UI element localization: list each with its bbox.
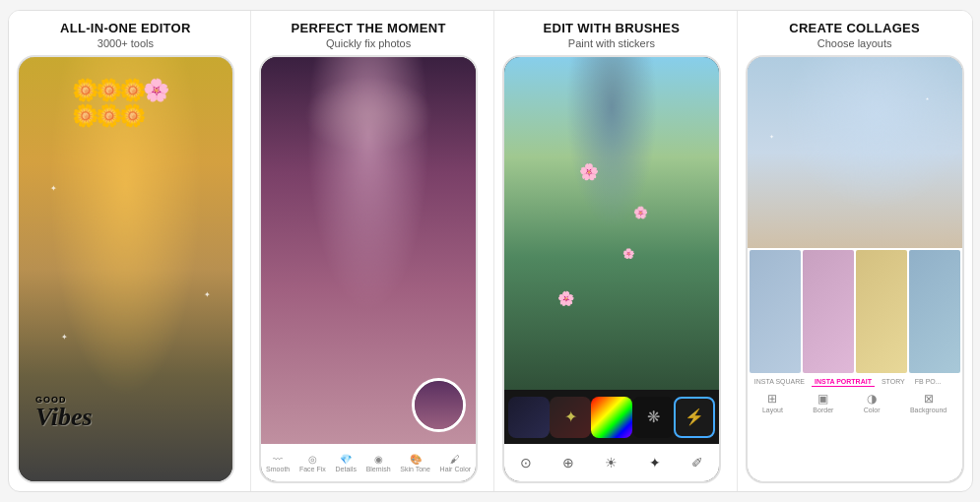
haircolor-icon: 🖌 [450, 454, 460, 465]
sparkle3: ✦ [61, 333, 68, 342]
collage-cell-4 [909, 250, 960, 373]
panel4-title: CREATE COLLAGES [750, 21, 960, 36]
sticker-item-star[interactable]: ❋ [632, 397, 674, 438]
collage-cell-2 [803, 250, 854, 373]
panel2-phone: 〰 Smooth ◎ Face Fix 💎 Details ◉ Blemish … [259, 55, 478, 483]
flower-sticker2: 🌸 [633, 206, 648, 220]
tb-skintone[interactable]: 🎨 Skin Tone [400, 454, 430, 472]
panel1-subtitle: 3000+ tools [21, 37, 231, 49]
panel1-header: ALL-IN-ONE EDITOR 3000+ tools [9, 11, 243, 55]
brush-tool4-icon[interactable]: ✦ [649, 455, 661, 471]
tb-smooth[interactable]: 〰 Smooth [266, 454, 290, 472]
layout-action-layout-label: Layout [762, 407, 783, 413]
skintone-icon: 🎨 [410, 454, 422, 465]
brush-bottom-toolbar: ⊙ ⊕ ☀ ✦ ✐ [504, 444, 719, 481]
tb-facefix-label: Face Fix [299, 466, 326, 472]
sticker-item-selected[interactable]: ⚡ [674, 397, 715, 438]
brush-tool1-icon[interactable]: ⊙ [520, 455, 532, 471]
tb-blemish-label: Blemish [366, 466, 391, 472]
flower-sticker4: 🌸 [622, 248, 634, 259]
collage-cell-3 [856, 250, 907, 373]
panel1-phone: 🌼🌼🌼🌸🌼🌼🌼 ✦ ✦ ✦ GOOD Vibes 🏅 Gold 🔧 Tools … [17, 55, 235, 483]
brush-tool3-icon[interactable]: ☀ [605, 455, 618, 471]
panel4-header: CREATE COLLAGES Choose layouts [738, 11, 972, 55]
sparkle-dot1: ⋆ [925, 94, 930, 103]
collage-cell-1 [750, 250, 801, 373]
tb-blemish[interactable]: ◉ Blemish [366, 454, 391, 472]
sticker-item-glow[interactable]: ✦ [550, 397, 591, 438]
panel4-inner: ⋆ ✦ INSTA SQUARE INSTA PORTRAIT STORY [748, 57, 962, 481]
panel2-subtitle: Quickly fix photos [263, 37, 474, 49]
flower-sticker3: 🌸 [557, 290, 574, 306]
tb-details[interactable]: 💎 Details [336, 454, 357, 472]
tab-insta-square[interactable]: INSTA SQUARE [751, 377, 808, 387]
sparkle1: ✦ [50, 184, 57, 193]
flower-crown-decor: 🌼🌼🌼🌸🌼🌼🌼 [72, 78, 179, 129]
details-icon: 💎 [340, 454, 352, 465]
sticker-item-dark1[interactable] [508, 397, 550, 438]
tab-story[interactable]: STORY [879, 377, 908, 387]
tab-insta-portrait[interactable]: INSTA PORTRAIT [812, 377, 875, 387]
blemish-icon: ◉ [374, 454, 383, 465]
panel4-subtitle: Choose layouts [750, 37, 960, 49]
panel-moment: PERFECT THE MOMENT Quickly fix photos 〰 … [250, 11, 486, 491]
sticker-picker-toolbar: ✦ ❋ ⚡ [504, 390, 719, 444]
border-icon: ▣ [817, 392, 828, 406]
vibes-text-main: Vibes [35, 403, 93, 431]
layout-action-layout[interactable]: ⊞ Layout [762, 392, 783, 413]
background-icon: ⊠ [924, 392, 934, 406]
sparkle2: ✦ [204, 290, 211, 299]
layout-tabs-row: INSTA SQUARE INSTA PORTRAIT STORY FB PO.… [748, 375, 962, 389]
smooth-icon: 〰 [273, 454, 283, 465]
facefix-icon: ◎ [308, 454, 317, 465]
panel-editor: ALL-IN-ONE EDITOR 3000+ tools 🌼🌼🌼🌸🌼🌼🌼 ✦ … [9, 11, 243, 491]
face-circle-overlay [412, 378, 466, 432]
collage-top-person [748, 57, 962, 248]
layout-actions-row: ⊞ Layout ▣ Border ◑ Color ⊠ [748, 389, 962, 416]
panel4-phone: ⋆ ✦ INSTA SQUARE INSTA PORTRAIT STORY [746, 55, 964, 483]
tb-smooth-label: Smooth [266, 466, 290, 472]
collage-main-photo: ⋆ ✦ [748, 57, 962, 248]
brush-tool5-icon[interactable]: ✐ [691, 455, 703, 471]
vibes-overlay: GOOD Vibes [35, 396, 93, 430]
tb-facefix[interactable]: ◎ Face Fix [299, 454, 326, 472]
layout-toolbar: INSTA SQUARE INSTA PORTRAIT STORY FB PO.… [748, 375, 962, 481]
layout-action-border[interactable]: ▣ Border [813, 392, 833, 413]
panel3-header: EDIT WITH BRUSHES Paint with stickers [494, 11, 729, 55]
layout-action-border-label: Border [813, 407, 833, 413]
layout-action-background[interactable]: ⊠ Background [910, 392, 947, 413]
panel3-subtitle: Paint with stickers [506, 37, 717, 49]
sparkle-dot2: ✦ [769, 133, 774, 140]
layout-action-color-label: Color [864, 407, 881, 413]
panel3-bg-image [504, 57, 719, 390]
tb-haircolor[interactable]: 🖌 Hair Color [440, 454, 472, 472]
color-icon: ◑ [867, 392, 877, 406]
tab-fb[interactable]: FB PO... [912, 377, 945, 387]
sticker-item-rainbow[interactable] [591, 397, 632, 438]
tb-details-label: Details [336, 466, 357, 472]
layout-action-color[interactable]: ◑ Color [864, 392, 881, 413]
panel3-title: EDIT WITH BRUSHES [506, 21, 717, 36]
panel2-title: PERFECT THE MOMENT [263, 21, 474, 36]
panel2-toolbar: 〰 Smooth ◎ Face Fix 💎 Details ◉ Blemish … [261, 444, 476, 481]
flower-sticker1: 🌸 [579, 162, 599, 181]
panel-brushes: EDIT WITH BRUSHES Paint with stickers 🌸 … [493, 11, 729, 491]
layout-action-background-label: Background [910, 407, 947, 413]
panel2-header: PERFECT THE MOMENT Quickly fix photos [251, 11, 486, 55]
panel3-phone: 🌸 🌸 🌸 🌸 ✦ ❋ ⚡ ⊙ ⊕ ☀ ✦ ✐ [502, 55, 721, 483]
panel1-title: ALL-IN-ONE EDITOR [21, 21, 231, 36]
panel-collages: CREATE COLLAGES Choose layouts ⋆ ✦ [737, 11, 972, 491]
app-container: ALL-IN-ONE EDITOR 3000+ tools 🌼🌼🌼🌸🌼🌼🌼 ✦ … [8, 10, 973, 492]
collage-grid-section [748, 248, 962, 375]
tb-skintone-label: Skin Tone [400, 466, 430, 472]
brush-tool2-icon[interactable]: ⊕ [562, 455, 574, 471]
layout-icon: ⊞ [767, 392, 777, 406]
tb-haircolor-label: Hair Color [440, 466, 472, 472]
